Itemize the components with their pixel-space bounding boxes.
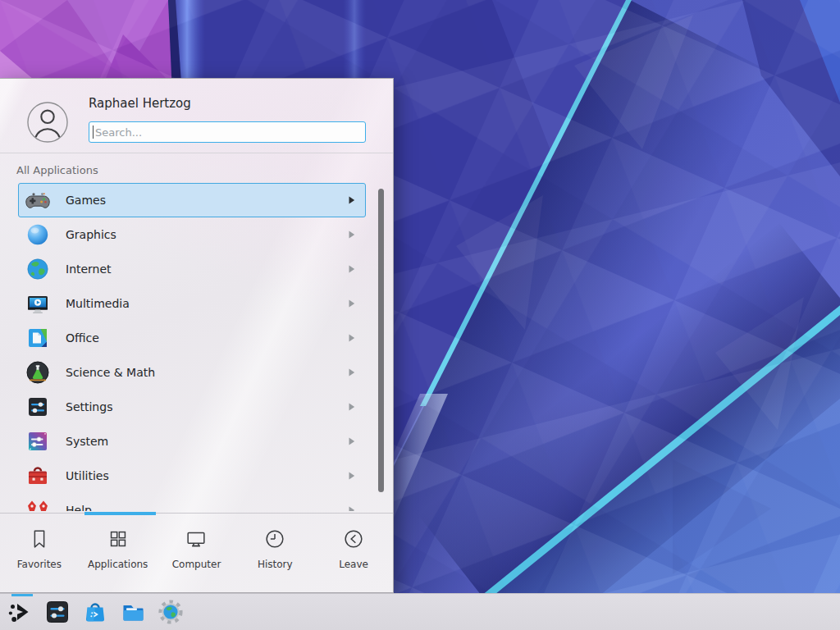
submenu-arrow-icon <box>349 265 355 273</box>
category-label: Utilities <box>66 469 109 482</box>
section-label: All Applications <box>16 164 98 176</box>
toolbox-icon <box>25 463 51 489</box>
monitor-play-icon <box>25 290 51 317</box>
tab-computer[interactable]: Computer <box>158 516 236 593</box>
category-label: Multimedia <box>66 297 130 310</box>
grid-icon <box>106 527 130 551</box>
header-separator <box>0 153 393 153</box>
bookmark-icon <box>27 527 52 551</box>
globe-icon <box>25 256 51 282</box>
sphere-icon <box>25 221 51 248</box>
sliders-gradient-icon <box>25 428 51 454</box>
category-label: Internet <box>66 262 112 276</box>
search-input[interactable] <box>89 122 365 142</box>
monitor-icon <box>184 527 208 551</box>
user-avatar-icon[interactable] <box>27 102 68 143</box>
tab-favorites[interactable]: Favorites <box>0 516 79 593</box>
launcher-header: Raphael Hertzog <box>0 79 393 153</box>
submenu-arrow-icon <box>349 368 355 377</box>
tab-label: Leave <box>339 559 368 570</box>
category-item-utilities[interactable]: Utilities <box>18 459 366 493</box>
document-icon <box>25 325 51 351</box>
flask-icon <box>25 359 51 386</box>
desktop: Raphael Hertzog All Applications Games G… <box>0 0 840 630</box>
category-label: Games <box>66 194 106 207</box>
launcher-tab-bar: Favorites Applications Computer History … <box>0 516 393 593</box>
submenu-arrow-icon <box>349 506 355 511</box>
submenu-arrow-icon <box>349 403 355 411</box>
active-tab-indicator <box>84 512 156 515</box>
help-icon <box>25 497 51 511</box>
application-launcher-menu: Raphael Hertzog All Applications Games G… <box>0 78 394 593</box>
category-label: Help <box>66 504 92 511</box>
category-item-games[interactable]: Games <box>18 183 366 217</box>
category-item-graphics[interactable]: Graphics <box>18 217 366 252</box>
category-label: Office <box>66 331 99 345</box>
taskbar-app-icons <box>7 599 184 625</box>
tab-applications[interactable]: Applications <box>79 516 158 593</box>
category-label: Graphics <box>66 228 116 241</box>
tab-label: History <box>258 559 293 570</box>
tab-history[interactable]: History <box>235 516 314 593</box>
submenu-arrow-icon <box>349 231 355 239</box>
footer-separator <box>0 513 393 514</box>
user-name: Raphael Hertzog <box>89 96 191 111</box>
sliders-dark-icon <box>25 394 51 420</box>
category-label: Science & Math <box>66 366 155 379</box>
category-item-science-math[interactable]: Science & Math <box>18 355 366 390</box>
category-item-internet[interactable]: Internet <box>18 252 366 286</box>
submenu-arrow-icon <box>349 334 355 342</box>
clock-icon <box>262 527 287 551</box>
category-item-help[interactable]: Help <box>18 493 366 511</box>
category-item-system[interactable]: System <box>18 424 366 459</box>
gamepad-icon <box>25 187 51 213</box>
launcher-active-indicator <box>11 594 33 596</box>
category-label: System <box>66 435 108 448</box>
search-box <box>89 121 366 143</box>
tab-label: Favorites <box>17 559 62 570</box>
tab-label: Applications <box>88 559 148 570</box>
application-category-list: Games Graphics Internet Multimedia Offic… <box>0 183 394 511</box>
submenu-arrow-icon <box>349 437 355 445</box>
category-item-multimedia[interactable]: Multimedia <box>18 286 366 321</box>
category-item-settings[interactable]: Settings <box>18 390 366 424</box>
taskbar-panel: ES 7:03 PM 4/24/21 <box>0 593 840 630</box>
system-settings-icon[interactable] <box>44 599 71 625</box>
category-item-office[interactable]: Office <box>18 321 366 355</box>
list-scrollbar[interactable] <box>378 189 384 492</box>
submenu-arrow-icon <box>349 299 355 308</box>
category-label: Settings <box>66 400 112 413</box>
tab-label: Computer <box>172 559 221 570</box>
tab-leave[interactable]: Leave <box>314 516 393 593</box>
leave-icon <box>341 527 366 551</box>
web-browser-icon[interactable] <box>158 599 184 625</box>
file-manager-icon[interactable] <box>120 599 146 625</box>
submenu-arrow-icon <box>349 472 355 480</box>
application-launcher-icon[interactable] <box>7 599 33 625</box>
discover-icon[interactable] <box>82 599 108 625</box>
submenu-arrow-icon <box>349 196 355 204</box>
